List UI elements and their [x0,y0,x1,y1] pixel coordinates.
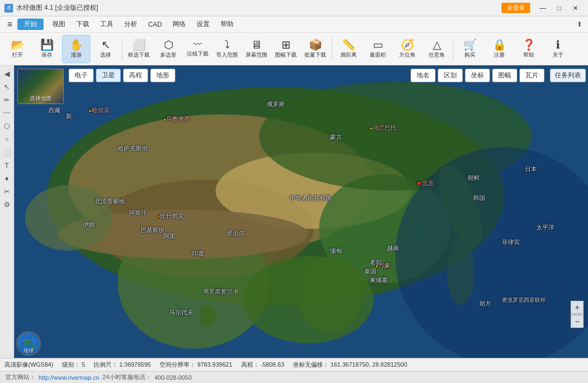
buy-label: 购买 [464,51,475,59]
screen-label: 屏幕范围 [246,51,267,59]
open-icon: 📂 [11,39,24,50]
hamburger-menu[interactable]: ≡ [2,17,17,32]
direction-icon: 🧭 [401,39,414,50]
tool-select[interactable]: ↖ 选择 [91,35,120,63]
left-tool-rect[interactable]: ⬜ [1,146,13,158]
frame-label: 图幅下载 [275,51,297,59]
tab-satellite[interactable]: 卫星 [96,69,121,82]
menu-help[interactable]: 帮助 [215,17,239,31]
tool-import[interactable]: ⤵ 导入范围 [213,35,241,63]
tool-distance[interactable]: 📏 测距离 [334,35,363,63]
image-type: 高清影像(WGS84) [4,361,53,369]
svg-point-13 [297,256,363,332]
screen-icon: 🖥 [251,39,262,50]
mini-map-label: 选择地图 [30,95,52,102]
maximize-button[interactable]: □ [551,0,567,16]
sep2 [332,38,332,60]
minimize-button[interactable]: — [535,0,551,16]
main-area: ◀ ↖ ✏ 〰 ⬡ ○ ⬜ T ♦ ✂ ⚙ [0,65,588,358]
tool-open[interactable]: 📂 打开 [3,35,32,63]
menu-cad[interactable]: CAD [143,19,167,31]
left-tool-cut[interactable]: ✂ [1,185,13,197]
tool-buy[interactable]: 🛒 购买 [456,35,484,63]
svg-point-15 [25,185,112,251]
earth-globe[interactable]: 地球 [16,331,41,356]
left-tool-cursor[interactable]: ↖ [1,81,13,93]
tool-area[interactable]: ▭ 量面积 [364,35,392,63]
import-icon: ⤵ [224,39,230,50]
start-menu[interactable]: 开始 [17,19,44,30]
rtab-frame[interactable]: 图幅 [492,69,517,82]
left-tool-diamond[interactable]: ♦ [1,172,13,184]
slope-label: 任意角 [428,51,445,59]
rtab-coordinate[interactable]: 坐标 [465,69,490,82]
tool-register[interactable]: 🔒 注册 [485,35,513,63]
left-tool-circle[interactable]: ○ [1,133,13,145]
rtab-tile[interactable]: 瓦片 [519,69,544,82]
tab-elevation[interactable]: 高程 [123,69,148,82]
app-title: 水经微图 4.1 [企业版已授权] [16,3,98,13]
browse-icon: ✋ [70,39,83,50]
svg-point-14 [199,305,216,327]
tool-screen[interactable]: 🖥 屏幕范围 [242,35,271,63]
menu-settings[interactable]: 设置 [191,17,215,31]
left-tool-line[interactable]: 〰 [1,107,13,119]
menu-tools[interactable]: 工具 [95,17,119,31]
coord-label: 坐标无偏移： 161.36718750, 28.82812500 [293,361,407,369]
tool-direction[interactable]: 🧭 方位角 [393,35,421,63]
tool-polygon[interactable]: ⬡ 多边形 [154,35,182,63]
tool-batch[interactable]: 📦 批量下载 [301,35,329,63]
task-list-button[interactable]: 任务列表 [550,69,586,82]
tool-about[interactable]: ℹ 关于 [544,35,572,63]
tool-save[interactable]: 💾 保存 [33,35,61,63]
sep3 [453,38,454,60]
tool-box-download[interactable]: ⬜ 框选下载 [125,35,153,63]
scale-label: 比例尺： 1:36978595 [94,361,151,369]
select-icon: ↖ [101,39,111,50]
level-label: 级别： 5 [62,361,85,369]
menu-analysis[interactable]: 分析 [119,17,143,31]
website-link[interactable]: http://www.rivermap.cn [39,374,99,381]
polygon-icon: ⬡ [164,39,173,50]
menu-view[interactable]: 视图 [47,17,71,31]
left-tool-pen[interactable]: ✏ [1,94,13,106]
close-button[interactable]: ✕ [567,0,584,16]
left-tool-poly[interactable]: ⬡ [1,120,13,132]
tool-slope[interactable]: △ 任意角 [422,35,451,63]
mini-map[interactable]: 选择地图 [17,69,64,104]
tool-line-download[interactable]: 〰 沿线下载 [183,35,212,63]
menu-download[interactable]: 下载 [71,17,95,31]
login-button[interactable]: 未登录 [501,3,530,13]
box-icon: ⬜ [132,39,146,50]
zoom-controls: + − [571,301,584,328]
rtab-placename[interactable]: 地名 [411,69,436,82]
tool-frame[interactable]: ⊞ 图幅下载 [272,35,300,63]
register-label: 注册 [494,51,505,59]
area-icon: ▭ [373,39,383,50]
tab-electronic[interactable]: 电子 [69,69,94,82]
left-tool-gear[interactable]: ⚙ [1,198,13,210]
tab-terrain[interactable]: 地形 [150,69,175,82]
tool-browse[interactable]: ✋ 漫游 [62,35,90,63]
tool-help[interactable]: ❓ 帮助 [514,35,543,63]
status-bar: 高清影像(WGS84) 级别： 5 比例尺： 1:36978595 空间分辨率：… [0,358,588,371]
title-bar: 水 水经微图 4.1 [企业版已授权] 未登录 — □ ✕ [0,0,588,16]
map-right-tabs: 地名 区划 坐标 图幅 瓦片 [411,69,544,82]
zoom-in-button[interactable]: + [571,301,584,314]
area-label: 量面积 [370,51,386,59]
support-label: 24小时客服电话： [102,373,151,381]
left-tool-arrow[interactable]: ◀ [1,68,13,80]
elevation-label: 高程： -5808.63 [241,361,285,369]
expand-button[interactable]: ⬆ [573,18,586,31]
earth-label: 地球 [24,348,34,355]
info-bar: 官方网站： http://www.rivermap.cn 24小时客服电话： 4… [0,371,588,383]
zoom-out-button[interactable]: − [571,315,584,328]
map-background [14,65,588,358]
rtab-boundary[interactable]: 区划 [438,69,463,82]
buy-icon: 🛒 [463,39,477,50]
menu-network[interactable]: 网络 [167,17,191,31]
map-area[interactable]: 选择地图 电子 卫星 高程 地形 地名 区划 坐标 图幅 瓦片 任务列表 俄罗斯… [14,65,588,358]
left-tool-text[interactable]: T [1,159,13,171]
app-icon: 水 [4,4,13,13]
import-label: 导入范围 [216,51,238,59]
